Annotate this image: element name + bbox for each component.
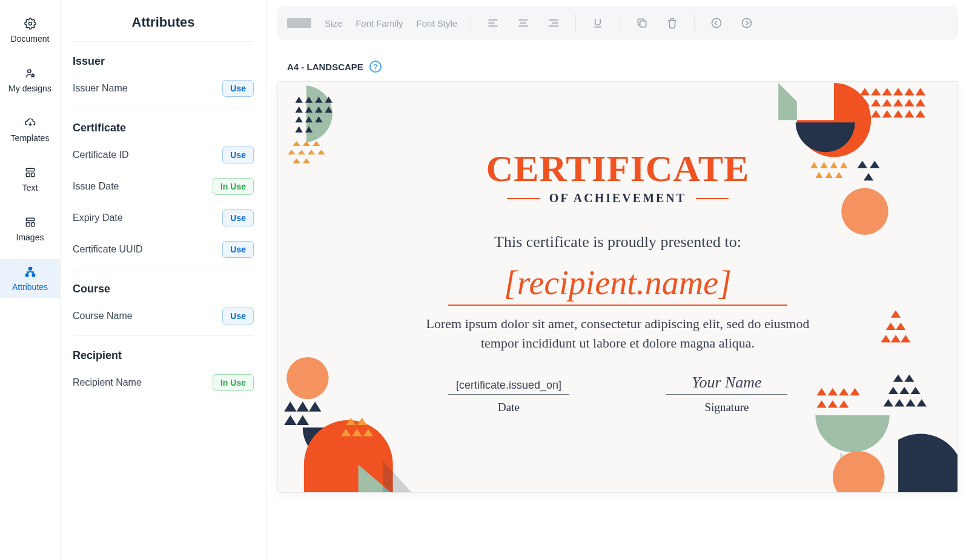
font-style-dropdown[interactable]: Font Style xyxy=(417,18,458,28)
rail-item-templates[interactable]: Templates xyxy=(0,110,60,149)
use-button[interactable]: Use xyxy=(222,147,254,163)
attributes-icon xyxy=(24,265,37,278)
attr-label: Recipient Name xyxy=(73,377,142,388)
undo-icon[interactable] xyxy=(708,15,725,31)
subtitle-line-right xyxy=(696,198,729,199)
canvas-wrapper: CERTIFICATE OF ACHIEVEMENT This certific… xyxy=(266,81,969,560)
rail-item-text[interactable]: Text xyxy=(0,160,60,199)
align-center-icon[interactable] xyxy=(515,15,532,31)
date-label: Date xyxy=(498,401,520,414)
attr-row-expiry-date: Expiry Date Use xyxy=(73,202,254,234)
svg-point-0 xyxy=(28,22,31,25)
separator xyxy=(620,15,620,31)
signature-value[interactable]: Your Name xyxy=(692,377,761,394)
use-button[interactable]: Use xyxy=(222,80,254,97)
use-button[interactable]: Use xyxy=(222,241,254,258)
certificate-body-text[interactable]: Lorem ipsum dolor sit amet, consectetur … xyxy=(406,314,830,353)
separator xyxy=(575,15,576,31)
redo-icon[interactable] xyxy=(738,15,755,31)
attr-label: Certificate ID xyxy=(73,150,128,160)
nav-rail: Document My designs Templates Text Image… xyxy=(0,0,61,560)
rail-item-label: Document xyxy=(11,34,50,44)
svg-rect-8 xyxy=(28,268,31,270)
help-icon[interactable]: ? xyxy=(369,61,382,73)
attr-row-recipient-name: Recipient Name In Use xyxy=(73,367,254,398)
attr-row-certificate-uuid: Certificate UUID Use xyxy=(73,234,254,265)
certificate-content: CERTIFICATE OF ACHIEVEMENT This certific… xyxy=(278,82,957,492)
svg-rect-10 xyxy=(32,274,35,276)
text-toolbar: Size Font Family Font Style xyxy=(277,6,958,40)
certificate-recipient-placeholder[interactable]: [recipient.name] xyxy=(504,263,732,302)
attributes-panel: Attributes Issuer Issuer Name Use Certif… xyxy=(61,0,266,560)
section-title: Recipient xyxy=(73,336,254,367)
color-swatch[interactable] xyxy=(287,18,311,28)
attr-label: Certificate UUID xyxy=(73,244,143,255)
recipient-underline xyxy=(448,305,787,306)
attr-label: Expiry Date xyxy=(73,212,123,223)
rail-item-my-designs[interactable]: My designs xyxy=(0,61,60,99)
svg-rect-2 xyxy=(26,168,34,171)
svg-rect-6 xyxy=(26,223,30,226)
rail-item-images[interactable]: Images xyxy=(0,209,60,248)
rail-item-attributes[interactable]: Attributes xyxy=(0,259,60,298)
rail-item-label: Images xyxy=(16,232,44,242)
signature-block: Your Name Signature xyxy=(666,377,787,414)
svg-rect-11 xyxy=(640,21,646,27)
font-family-dropdown[interactable]: Font Family xyxy=(356,18,403,28)
editor-main: Size Font Family Font Style A4 - LANDSCA… xyxy=(266,0,969,560)
rail-item-label: Attributes xyxy=(12,282,48,292)
section-recipient: Recipient Recipient Name In Use xyxy=(61,336,266,398)
attr-label: Issuer Name xyxy=(73,83,128,94)
attr-row-issue-date: Issue Date In Use xyxy=(73,171,254,202)
align-right-icon[interactable] xyxy=(545,15,562,31)
svg-point-12 xyxy=(712,19,721,28)
date-value[interactable]: [certificate.issued_on] xyxy=(456,377,561,394)
svg-rect-3 xyxy=(26,173,30,177)
signature-line xyxy=(666,394,787,395)
section-title: Certificate xyxy=(73,108,254,139)
align-left-icon[interactable] xyxy=(484,15,501,31)
underline-icon[interactable] xyxy=(589,15,606,31)
attr-label: Course Name xyxy=(73,311,133,321)
section-course: Course Course Name Use xyxy=(61,269,266,332)
date-block: [certificate.issued_on] Date xyxy=(448,377,569,414)
attr-row-course-name: Course Name Use xyxy=(73,300,254,332)
svg-rect-5 xyxy=(26,218,34,220)
person-star-icon xyxy=(24,67,37,80)
trash-icon[interactable] xyxy=(664,15,681,31)
copy-icon[interactable] xyxy=(633,15,650,31)
use-button[interactable]: Use xyxy=(222,209,254,226)
certificate-canvas[interactable]: CERTIFICATE OF ACHIEVEMENT This certific… xyxy=(277,81,958,493)
gear-icon xyxy=(24,17,37,30)
section-certificate: Certificate Certificate ID Use Issue Dat… xyxy=(61,108,266,265)
section-issuer: Issuer Issuer Name Use xyxy=(61,42,266,104)
certificate-presented-line[interactable]: This certificate is proudly presented to… xyxy=(494,233,741,251)
use-button[interactable]: Use xyxy=(222,308,254,324)
size-dropdown[interactable]: Size xyxy=(325,18,342,28)
certificate-title[interactable]: CERTIFICATE xyxy=(486,147,750,190)
canvas-format-label: A4 - LANDSCAPE xyxy=(287,62,363,72)
svg-rect-4 xyxy=(31,173,34,177)
canvas-format-row: A4 - LANDSCAPE ? xyxy=(266,40,969,81)
section-title: Issuer xyxy=(73,42,254,73)
text-icon xyxy=(24,166,37,179)
svg-rect-9 xyxy=(25,274,28,276)
panel-title: Attributes xyxy=(73,0,254,42)
rail-item-label: My designs xyxy=(8,84,51,93)
images-icon xyxy=(24,216,37,229)
rail-item-document[interactable]: Document xyxy=(0,11,60,50)
in-use-button[interactable]: In Use xyxy=(213,178,254,195)
signature-row: [certificate.issued_on] Date Your Name S… xyxy=(448,377,787,414)
subtitle-line-left xyxy=(507,198,540,199)
rail-item-label: Text xyxy=(22,183,38,193)
section-title: Course xyxy=(73,269,254,300)
separator xyxy=(471,15,471,31)
attr-row-certificate-id: Certificate ID Use xyxy=(73,139,254,171)
rail-item-label: Templates xyxy=(11,133,50,143)
svg-rect-7 xyxy=(31,223,34,226)
attr-label: Issue Date xyxy=(73,181,119,192)
separator xyxy=(694,15,695,31)
certificate-subtitle[interactable]: OF ACHIEVEMENT xyxy=(549,191,686,205)
signature-label: Signature xyxy=(705,401,749,414)
in-use-button[interactable]: In Use xyxy=(213,374,254,391)
